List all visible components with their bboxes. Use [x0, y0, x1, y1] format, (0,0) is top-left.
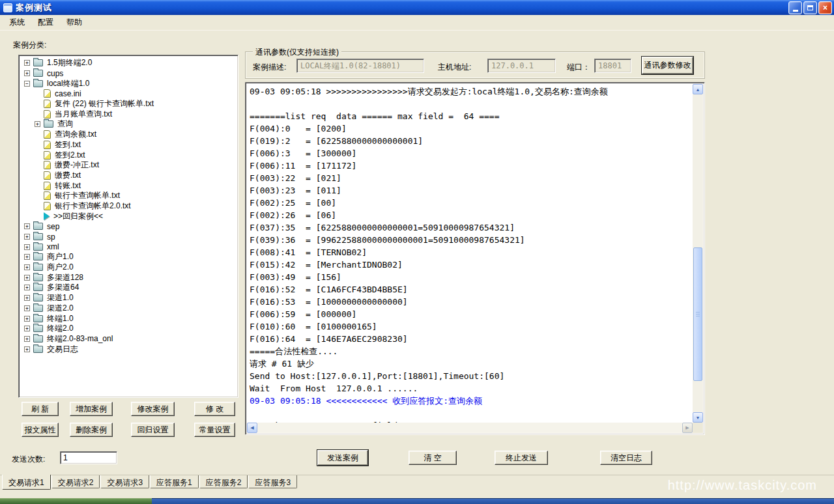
tree-item[interactable]: +cups [23, 68, 237, 79]
tree-item[interactable]: 签到2.txt [23, 150, 237, 160]
modify-comm-params-button[interactable]: 通讯参数修改 [642, 57, 693, 74]
menu-item-0[interactable]: 系统 [3, 15, 31, 30]
expand-icon[interactable]: + [24, 254, 30, 260]
tab-交易请求3[interactable]: 交易请求3 [100, 475, 149, 488]
tab-应答服务1[interactable]: 应答服务1 [150, 475, 199, 488]
tree-item[interactable]: +终端1.0 [23, 313, 237, 324]
tree-item[interactable]: −local终端1.0 [23, 78, 237, 89]
document-icon [44, 151, 51, 160]
tree-item[interactable]: 银行卡查询帐单2.0.txt [23, 201, 237, 212]
refresh-button[interactable]: 刷 新 [22, 402, 59, 416]
tree-item[interactable]: +sep [23, 221, 237, 232]
collapse-icon[interactable]: − [24, 81, 30, 87]
tree-item[interactable]: +查询 [23, 119, 237, 130]
folder-icon [33, 325, 43, 332]
tree-item[interactable]: >>回归案例<< [23, 211, 237, 221]
tree-item-label: 复件 (22) 银行卡查询帐单.txt [55, 98, 154, 109]
regression-settings-button[interactable]: 回归设置 [131, 423, 175, 437]
tree-item[interactable]: +1.5期终端2.0 [23, 58, 237, 68]
tab-交易请求1[interactable]: 交易请求1 [2, 475, 51, 490]
clear-log-button[interactable]: 清空日志 [600, 451, 652, 465]
constants-settings-button[interactable]: 常量设置 [194, 423, 235, 437]
tree-item[interactable]: +终端2.0-83-ma_onl [23, 334, 237, 344]
tree-item[interactable]: +交易日志 [23, 344, 237, 354]
tree-item[interactable]: 转账.txt [23, 180, 237, 191]
tab-应答服务2[interactable]: 应答服务2 [199, 475, 248, 488]
expand-icon[interactable]: + [24, 70, 30, 76]
tree-item[interactable]: 银行卡查询帐单.txt [23, 191, 237, 201]
add-case-button[interactable]: 增加案例 [70, 402, 113, 416]
horizontal-scrollbar[interactable]: ◀ ▶ [247, 423, 693, 433]
expand-icon[interactable]: + [24, 234, 30, 240]
folder-icon [33, 284, 43, 291]
modify-button[interactable]: 修 改 [194, 402, 235, 416]
tree-item[interactable]: +商户2.0 [23, 262, 237, 273]
document-icon [44, 110, 51, 119]
tree-item-label: 银行卡查询帐单.txt [55, 190, 120, 201]
watermark: http://www.taskcity.com [668, 478, 817, 493]
vertical-scrollbar[interactable]: ▲ ▼ [693, 84, 703, 423]
tab-交易请求2[interactable]: 交易请求2 [51, 475, 100, 488]
tree-item[interactable]: 复件 (22) 银行卡查询帐单.txt [23, 99, 237, 109]
message-props-button[interactable]: 报文属性 [22, 423, 59, 437]
stop-send-button[interactable]: 终止发送 [495, 451, 548, 465]
document-icon [44, 182, 51, 190]
expand-icon[interactable]: + [24, 264, 30, 270]
maximize-button[interactable] [803, 1, 817, 14]
tab-应答服务3[interactable]: 应答服务3 [248, 475, 297, 488]
folder-icon [33, 315, 43, 322]
modify-case-button[interactable]: 修改案例 [131, 402, 175, 416]
scroll-down-button[interactable]: ▼ [693, 412, 703, 423]
expand-icon[interactable]: + [24, 285, 30, 290]
scroll-right-button[interactable]: ▶ [682, 423, 693, 433]
tree-item[interactable]: +商户1.0 [23, 252, 237, 262]
tree-item[interactable]: +终端2.0 [23, 324, 237, 334]
expand-icon[interactable]: + [35, 121, 40, 127]
case-buttons: 刷 新增加案例修改案例修 改报文属性删除案例回归设置常量设置 [18, 399, 238, 440]
delete-case-button[interactable]: 删除案例 [70, 423, 113, 437]
tree-item-label: 商户1.0 [47, 251, 74, 262]
tree-item[interactable]: 当月账单查询.txt [23, 109, 237, 119]
tree-item[interactable]: +xml [23, 242, 237, 252]
folder-icon [44, 120, 53, 128]
tree-item[interactable]: +渠道2.0 [23, 303, 237, 314]
document-icon [44, 130, 51, 139]
tree-item[interactable]: 缴费.txt [23, 171, 237, 181]
expand-icon[interactable]: + [24, 336, 30, 342]
tree-item[interactable]: 缴费-冲正.txt [23, 160, 237, 171]
send-case-button[interactable]: 发送案例 [317, 450, 368, 466]
expand-icon[interactable]: + [24, 60, 30, 66]
case-tree: +1.5期终端2.0+cups−local终端1.0case.ini复件 (22… [18, 55, 238, 398]
expand-icon[interactable]: + [24, 275, 30, 281]
scrollbar-thumb[interactable] [693, 247, 702, 381]
tree-item[interactable]: 查询余额.txt [23, 130, 237, 140]
tree-item[interactable]: +渠道1.0 [23, 293, 237, 303]
menu-item-2[interactable]: 帮助 [60, 15, 89, 30]
scroll-up-button[interactable]: ▲ [693, 84, 703, 94]
expand-icon[interactable]: + [24, 244, 30, 250]
expand-icon[interactable]: + [24, 346, 30, 352]
tree-item[interactable]: 签到.txt [23, 140, 237, 150]
log-line: 09-03 09:05:18 >>>>>>>>>>>>>>>>请求交易发起方:l… [250, 85, 693, 98]
expand-icon[interactable]: + [24, 305, 30, 311]
expand-icon[interactable]: + [24, 223, 30, 229]
minimize-button[interactable] [788, 1, 802, 14]
expand-icon[interactable]: + [24, 326, 30, 331]
close-button[interactable]: × [818, 1, 832, 14]
clear-button[interactable]: 清 空 [409, 451, 457, 465]
expand-icon[interactable]: + [24, 316, 30, 322]
send-count-input[interactable] [60, 451, 117, 464]
tree-item[interactable]: +多渠道128 [23, 272, 237, 283]
tree-item[interactable]: +sp [23, 232, 237, 242]
scroll-left-button[interactable]: ◀ [247, 423, 257, 433]
document-icon [44, 89, 51, 98]
document-icon [44, 171, 51, 180]
tree-item[interactable]: +多渠道64 [23, 283, 237, 293]
log-line: F(010):60 = [0100000165] [250, 320, 693, 333]
log-line: Wait From Host 127.0.0.1 ...... [250, 382, 693, 395]
menu-item-1[interactable]: 配置 [31, 15, 60, 30]
log-line [250, 98, 693, 110]
tree-item[interactable]: case.ini [23, 89, 237, 99]
expand-icon[interactable]: + [24, 295, 30, 301]
folder-icon [33, 80, 43, 87]
